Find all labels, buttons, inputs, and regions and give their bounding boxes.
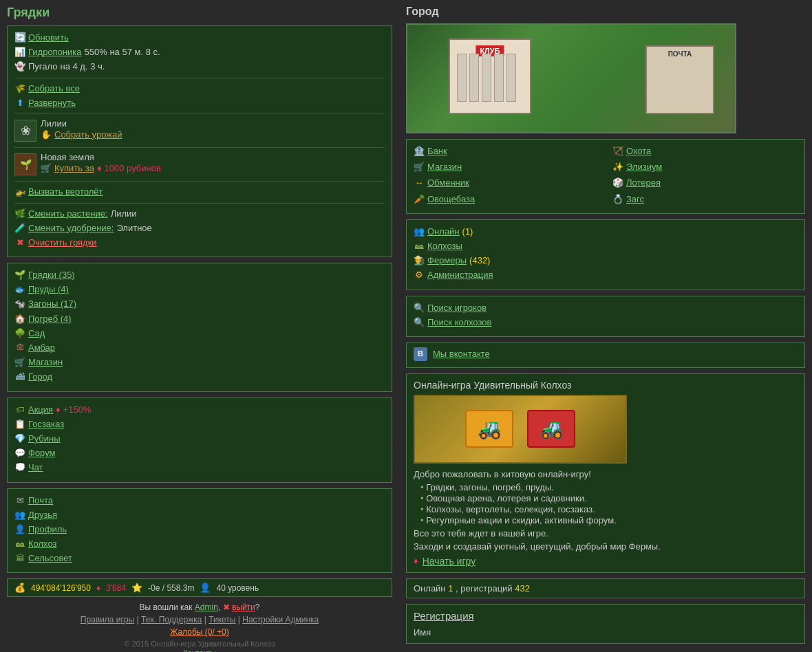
profile-item[interactable]: 👤 Профиль (14, 523, 385, 536)
tickets-link[interactable]: Тикеты (209, 615, 235, 624)
mail-link[interactable]: Почта (28, 495, 53, 507)
rubies-item[interactable]: 💎 Рубины (14, 433, 385, 445)
action-link[interactable]: Акция (28, 404, 53, 416)
collect-all-link[interactable]: Собрать все (28, 83, 80, 95)
change-fert-link[interactable]: Сменить удобрение: (28, 222, 114, 235)
hydroponics-item[interactable]: 📊 Гидропоника 550% на 57 м. 8 с. (14, 46, 385, 58)
online-item[interactable]: 👥 Онлайн (1) (414, 226, 798, 238)
ponds-link[interactable]: Пруды (4) (28, 283, 69, 296)
nav-ponds[interactable]: 🐟 Пруды (4) (14, 283, 385, 296)
search-players-item[interactable]: 🔍 Поиск игроков (414, 302, 798, 314)
garden-link[interactable]: Сад (28, 327, 45, 340)
admin-item[interactable]: ⚙ Администрация (414, 269, 798, 281)
exchange-link[interactable]: Обменник (427, 177, 469, 189)
clear-beds-item[interactable]: ✖ Очистить грядки (14, 237, 385, 249)
profile-link[interactable]: Профиль (28, 523, 67, 536)
state-order-icon: 📋 (14, 419, 25, 430)
username-link[interactable]: Admin (195, 602, 218, 612)
logout-link[interactable]: выйти (232, 602, 255, 612)
friends-item[interactable]: 👥 Друзья (14, 509, 385, 521)
buy-land-item[interactable]: 🛒 Купить за ♦ 1000 рубинов (41, 162, 161, 175)
search-players-link[interactable]: Поиск игроков (427, 302, 487, 314)
mail-item[interactable]: ✉ Почта (14, 495, 385, 507)
village-link[interactable]: Сельсовет (28, 552, 72, 565)
forum-item[interactable]: 💬 Форум (14, 447, 385, 459)
change-fert-item[interactable]: 🧪 Сменить удобрение: Элитное (14, 222, 385, 235)
kolkhoz-link[interactable]: Колхоз (28, 538, 57, 550)
vk-section[interactable]: В Мы вконтакте (406, 343, 805, 368)
bank-link[interactable]: Банк (427, 145, 447, 157)
vk-item[interactable]: В Мы вконтакте (414, 347, 798, 361)
state-order-item[interactable]: 📋 Госзаказ (14, 418, 385, 431)
chat-item[interactable]: 💭 Чат (14, 461, 385, 474)
lily-harvest-item[interactable]: ✋ Собрать урожай (41, 129, 122, 141)
rules-link[interactable]: Правила игры (81, 615, 134, 624)
support-link[interactable]: Тех. Поддержка (141, 615, 202, 624)
expand-item[interactable]: ⬆ Развернуть (14, 97, 385, 109)
registry-item[interactable]: 💍 Загс (612, 193, 798, 206)
complaints-link[interactable]: Жалобы (0/ +0) (170, 627, 229, 637)
kolkhozy-item[interactable]: 🏘 Колхозы (414, 240, 798, 252)
hunt-item[interactable]: 🏹 Охота (612, 145, 798, 157)
nav-beds[interactable]: 🌱 Грядки (35) (14, 269, 385, 281)
registry-link[interactable]: Загс (626, 193, 644, 206)
reg-title-link[interactable]: Регистрация (414, 610, 798, 622)
kolkhoz-item[interactable]: 🏘 Колхоз (14, 538, 385, 550)
city-shop-item[interactable]: 🛒 Магазин (414, 161, 599, 173)
nav-city[interactable]: 🏙 Город (14, 371, 385, 383)
change-plant-link[interactable]: Сменить растение: (28, 208, 108, 220)
registry-icon: 💍 (612, 194, 623, 205)
refresh-item[interactable]: 🔄 Обновить (14, 32, 385, 44)
start-game-link[interactable]: Начать игру (423, 556, 476, 567)
shop-link[interactable]: Магазин (28, 356, 63, 369)
start-btn-row[interactable]: ♦ Начать игру (414, 556, 798, 567)
change-plant-item[interactable]: 🌿 Сменить растение: Лилии (14, 208, 385, 220)
pens-link[interactable]: Загоны (17) (28, 298, 76, 310)
nav-shop[interactable]: 🛒 Магазин (14, 356, 385, 369)
contacts-link[interactable]: Контакты (183, 649, 216, 652)
kolkhozy-link[interactable]: Колхозы (427, 240, 462, 252)
refresh-link[interactable]: Обновить (28, 32, 69, 44)
bank-item[interactable]: 🏦 Банк (414, 145, 599, 157)
call-heli-link[interactable]: Вызвать вертолёт (28, 186, 103, 198)
admin-link[interactable]: Администрация (427, 269, 493, 281)
collect-all-item[interactable]: 🌾 Собрать все (14, 83, 385, 95)
exchange-item[interactable]: ↔ Обменник (414, 177, 599, 189)
city-link[interactable]: Город (28, 371, 52, 383)
farmers-item[interactable]: 👨‍🌾 Фермеры (432) (414, 254, 798, 267)
nav-garden[interactable]: 🌳 Сад (14, 327, 385, 340)
beds-link[interactable]: Грядки (35) (28, 269, 75, 281)
city-shop-link[interactable]: Магазин (427, 161, 462, 173)
search-kolkhozy-item[interactable]: 🔍 Поиск колхозов (414, 316, 798, 329)
friends-link[interactable]: Друзья (28, 509, 57, 521)
barn-link[interactable]: Амбар (28, 342, 55, 354)
nav-barn[interactable]: 🏚 Амбар (14, 342, 385, 354)
hunt-link[interactable]: Охота (626, 145, 651, 157)
clear-beds-link[interactable]: Очистить грядки (28, 237, 97, 249)
expand-link[interactable]: Развернуть (28, 97, 76, 109)
forum-link[interactable]: Форум (28, 447, 56, 459)
elysium-item[interactable]: ✨ Элизиум (612, 161, 798, 173)
search-kolkhozy-link[interactable]: Поиск колхозов (427, 316, 491, 329)
farmers-link[interactable]: Фермеры (427, 254, 467, 267)
lily-harvest-link[interactable]: Собрать урожай (54, 129, 122, 141)
state-order-link[interactable]: Госзаказ (28, 418, 64, 431)
elysium-link[interactable]: Элизиум (626, 161, 662, 173)
action-item[interactable]: 🏷 Акция ♦ +150% (14, 404, 385, 416)
hydroponics-link[interactable]: Гидропоника (28, 46, 82, 58)
nav-pens[interactable]: 🐄 Загоны (17) (14, 298, 385, 310)
nav-cellar[interactable]: 🏠 Погреб (4) (14, 313, 385, 325)
cellar-link[interactable]: Погреб (4) (28, 313, 72, 325)
online-link[interactable]: Онлайн (427, 226, 460, 238)
vk-link[interactable]: Мы вконтакте (433, 348, 490, 360)
lottery-item[interactable]: 🎲 Лотерея (612, 177, 798, 189)
lottery-link[interactable]: Лотерея (626, 177, 661, 189)
vegbase-link[interactable]: Овощебаза (427, 193, 475, 206)
vegbase-item[interactable]: 🥕 Овощебаза (414, 193, 599, 206)
call-heli-item[interactable]: 🚁 Вызвать вертолёт (14, 186, 385, 198)
buy-land-link[interactable]: Купить за (54, 162, 94, 175)
village-item[interactable]: 🏛 Сельсовет (14, 552, 385, 565)
chat-link[interactable]: Чат (28, 461, 43, 474)
admin-settings-link[interactable]: Настройки Админка (242, 615, 319, 624)
rubies-link[interactable]: Рубины (28, 433, 61, 445)
